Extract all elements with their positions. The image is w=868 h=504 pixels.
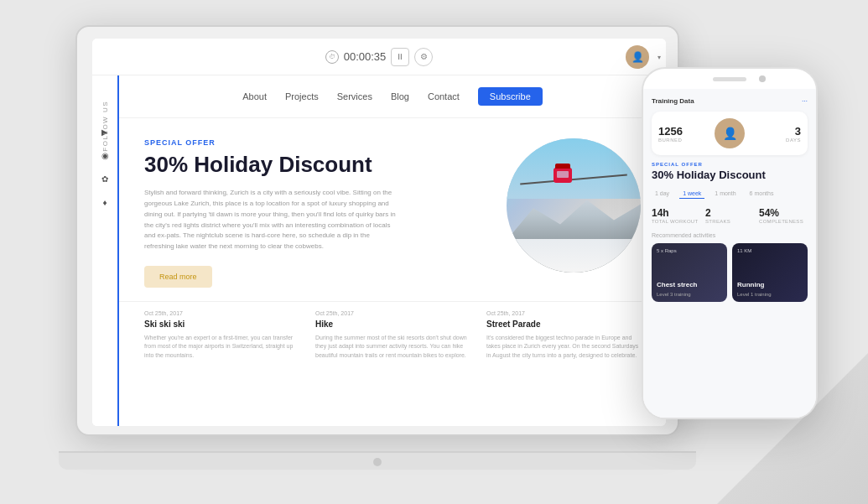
nav-contact[interactable]: Contact xyxy=(428,91,460,101)
completeness-stat: 54% COMPLETENESS xyxy=(759,207,808,224)
special-offer-label: SPECIAL OFFER xyxy=(144,138,481,147)
avatar[interactable]: 👤 xyxy=(626,45,649,69)
phone-speaker xyxy=(713,77,746,81)
user-avatar[interactable]: 👤 xyxy=(715,118,745,148)
burned-stat: 1256 BURNED xyxy=(658,125,708,143)
blog-card: Oct 25th, 2017 Street Parade It's consid… xyxy=(486,310,641,361)
gondola-window xyxy=(557,171,569,178)
phone-more-icon[interactable]: ⋯ xyxy=(802,98,808,105)
site-sidebar: FOLLOW US ▶ ◉ ✿ ♦ xyxy=(92,75,119,426)
activity-title-1: Running xyxy=(737,281,764,288)
tab-1month[interactable]: 1 month xyxy=(711,189,739,199)
blog-card: Oct 25th, 2017 Hike During the summer mo… xyxy=(315,310,470,361)
activity-tag-0: 5 x Raps xyxy=(657,248,677,253)
total-workout-stat: 14h TOTAL WORKOUT xyxy=(652,207,700,224)
gondola xyxy=(554,168,572,183)
blog-date-0: Oct 25th, 2017 xyxy=(144,310,299,316)
timer-area: ⏱ 00:00:35 ⏸ ⚙ xyxy=(325,48,434,66)
total-workout-value: 14h xyxy=(652,207,700,219)
attendance-value: 3 xyxy=(751,125,801,138)
completeness-label: COMPLETENESS xyxy=(759,219,808,224)
nav-blog[interactable]: Blog xyxy=(391,91,409,101)
activity-sub-1: Level 1 training xyxy=(737,292,772,297)
hero-title: 30% Holiday Discount xyxy=(144,152,481,178)
streaks-stat: 2 STREAKS xyxy=(705,207,754,224)
phone-header-bar: Training Data ⋯ xyxy=(652,97,808,105)
activity-tag-1: 11 KM xyxy=(737,248,751,253)
site-nav: About Projects Services Blog Contact Sub… xyxy=(119,75,666,118)
phone-stats: 1256 BURNED 👤 3 DAYS xyxy=(652,112,808,155)
blog-desc-0: Whether you're an expert or a first-time… xyxy=(144,334,299,361)
nav-about[interactable]: About xyxy=(242,91,267,101)
settings-button[interactable]: ⚙ xyxy=(414,48,433,66)
activity-card-running[interactable]: 11 KM Running Level 1 training xyxy=(732,243,808,302)
phone-hero-title: 30% Holiday Discount xyxy=(652,169,808,182)
site-hero: SPECIAL OFFER 30% Holiday Discount Styli… xyxy=(119,118,666,301)
blog-desc-2: It's considered the biggest techno parad… xyxy=(486,334,641,361)
completeness-value: 54% xyxy=(759,207,808,219)
attendance-label: DAYS xyxy=(751,138,801,143)
streaks-label: STREAKS xyxy=(705,219,754,224)
tab-6months[interactable]: 6 months xyxy=(746,189,777,199)
total-workout-label: TOTAL WORKOUT xyxy=(652,219,700,224)
phone-special-offer-label: SPECIAL OFFER xyxy=(652,162,808,167)
time-tabs: 1 day 1 week 1 month 6 months xyxy=(652,189,808,199)
streaks-value: 2 xyxy=(705,207,754,219)
phone: Training Data ⋯ 1256 BURNED 👤 3 DAYS SPE… xyxy=(642,67,818,419)
pause-button[interactable]: ⏸ xyxy=(391,48,409,66)
follow-us-label: FOLLOW US xyxy=(101,101,109,152)
laptop-notch xyxy=(373,458,382,466)
clock-icon: ⏱ xyxy=(325,50,339,64)
blog-title-0: Ski ski ski xyxy=(144,320,299,329)
hero-description: Stylish and forward thinking, Zurich is … xyxy=(144,188,396,252)
phone-header-title: Training Data xyxy=(652,97,694,105)
tab-1day[interactable]: 1 day xyxy=(652,189,673,199)
site-content: FOLLOW US ▶ ◉ ✿ ♦ About Projects Service… xyxy=(92,75,666,426)
blog-date-1: Oct 25th, 2017 xyxy=(315,310,470,316)
snow-ground xyxy=(507,239,641,273)
blog-desc-1: During the summer most of the ski resort… xyxy=(315,334,470,361)
tab-1week[interactable]: 1 week xyxy=(679,189,704,199)
laptop-body: ⏱ 00:00:35 ⏸ ⚙ 👤 ▾ FOLLOW US ▶ ◉ ✿ xyxy=(75,25,679,436)
laptop-screen: ⏱ 00:00:35 ⏸ ⚙ 👤 ▾ FOLLOW US ▶ ◉ ✿ xyxy=(92,39,666,426)
site-blog: Oct 25th, 2017 Ski ski ski Whether you'r… xyxy=(119,301,666,369)
read-more-button[interactable]: Read more xyxy=(144,266,212,288)
activity-sub-0: Level 3 training xyxy=(657,292,691,297)
cable-car-scene xyxy=(507,138,641,273)
activity-title-0: Chest strech xyxy=(657,281,697,288)
dribbble-icon[interactable]: ✿ xyxy=(99,173,111,184)
scene: ⏱ 00:00:35 ⏸ ⚙ 👤 ▾ FOLLOW US ▶ ◉ ✿ xyxy=(0,0,868,504)
blog-date-2: Oct 25th, 2017 xyxy=(486,310,641,316)
burned-value: 1256 xyxy=(658,125,708,138)
screen-topbar: ⏱ 00:00:35 ⏸ ⚙ 👤 ▾ xyxy=(92,39,666,75)
subscribe-button[interactable]: Subscribe xyxy=(478,87,543,106)
blog-title-2: Street Parade xyxy=(486,320,641,329)
laptop-base xyxy=(59,451,696,470)
activity-card-chest[interactable]: 5 x Raps Chest strech Level 3 training xyxy=(652,243,727,302)
burned-label: BURNED xyxy=(658,138,708,143)
blog-title-1: Hike xyxy=(315,320,470,329)
hero-text: SPECIAL OFFER 30% Holiday Discount Styli… xyxy=(144,138,481,288)
gondola-roof xyxy=(555,164,570,169)
site-main: About Projects Services Blog Contact Sub… xyxy=(119,75,666,426)
twitter-icon[interactable]: ♦ xyxy=(99,196,111,208)
laptop: ⏱ 00:00:35 ⏸ ⚙ 👤 ▾ FOLLOW US ▶ ◉ ✿ xyxy=(75,25,679,470)
recommended-title: Recommended activities xyxy=(652,232,808,238)
phone-camera xyxy=(759,75,766,82)
attendance-stat: 3 DAYS xyxy=(751,125,801,143)
phone-content: Training Data ⋯ 1256 BURNED 👤 3 DAYS SPE… xyxy=(643,89,816,418)
nav-services[interactable]: Services xyxy=(337,91,372,101)
workout-stats: 14h TOTAL WORKOUT 2 STREAKS 54% COMPLETE… xyxy=(652,207,808,224)
hero-image xyxy=(507,138,641,273)
nav-projects[interactable]: Projects xyxy=(285,91,319,101)
timer-display: 00:00:35 xyxy=(344,50,387,63)
chevron-down-icon: ▾ xyxy=(657,54,661,61)
activity-cards: 5 x Raps Chest strech Level 3 training 1… xyxy=(652,243,808,302)
blog-card: Oct 25th, 2017 Ski ski ski Whether you'r… xyxy=(144,310,299,361)
sky-bg xyxy=(507,138,641,199)
